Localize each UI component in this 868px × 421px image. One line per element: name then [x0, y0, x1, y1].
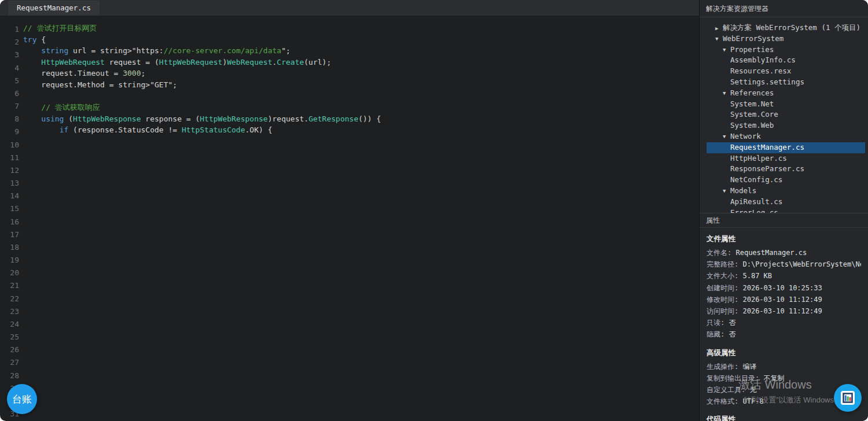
tree-item-assemblyinfo-cs[interactable]: AssemblyInfo.cs — [707, 55, 865, 66]
code-line[interactable]: request.Timeout = 3000; — [23, 68, 381, 79]
code-line[interactable]: HttpWebRequest request = (HttpWebRequest… — [23, 57, 381, 68]
property-label: 完整路径: — [707, 260, 742, 268]
line-number: 26 — [0, 344, 19, 356]
property-value: 2026-03-10 11:12:49 — [742, 307, 822, 315]
line-number: 23 — [0, 305, 19, 318]
chevron-down-icon[interactable]: ▼ — [723, 131, 730, 142]
tree-item-errorlog-cs[interactable]: ErrorLog.cs — [707, 208, 865, 213]
side-panel: 解决方案资源管理器 ▶解决方案 WebErrorSystem (1 个项目)▼W… — [699, 0, 868, 421]
code-line[interactable]: try { — [23, 34, 381, 46]
editor-tab-bar: RequestManager.cs — [0, 0, 699, 16]
property-row: 文件名: RequestManager.cs — [707, 247, 861, 258]
line-number: 3 — [0, 49, 19, 61]
code-line[interactable]: if (response.StatusCode != HttpStatusCod… — [23, 124, 381, 136]
chevron-down-icon[interactable]: ▼ — [723, 186, 730, 196]
chevron-down-icon[interactable]: ▼ — [715, 34, 723, 44]
property-value: 无 — [749, 386, 756, 394]
property-label: 隐藏: — [707, 330, 729, 338]
property-row: 创建时间: 2026-03-10 10:25:33 — [707, 282, 861, 294]
code-line[interactable]: request.Method = string>"GET"; — [23, 79, 381, 91]
line-number: 21 — [0, 279, 19, 292]
chevron-down-icon[interactable]: ▼ — [723, 88, 730, 98]
taizhang-floating-button[interactable]: 台账 — [7, 384, 37, 414]
property-label: 修改时间: — [707, 296, 742, 304]
line-number: 19 — [0, 254, 19, 267]
tree-item-system-core[interactable]: System.Core — [707, 109, 865, 120]
line-number: 11 — [0, 152, 19, 164]
code-line[interactable]: // 尝试打开目标网页 — [23, 23, 381, 34]
tree-item-label: ApiResult.cs — [730, 197, 782, 206]
solution-explorer-tree: ▶解决方案 WebErrorSystem (1 个项目)▼WebErrorSys… — [700, 18, 868, 213]
tree-item-label: Models — [730, 186, 756, 195]
tree-item-label: NetConfig.cs — [730, 175, 782, 184]
property-value: UTF-8 — [742, 397, 763, 405]
line-number-gutter: 1234567891011121314151617181920212223242… — [0, 23, 19, 420]
tree-item-label: ErrorLog.cs — [730, 208, 778, 213]
tree-item-label: HttpHelper.cs — [730, 154, 787, 163]
code-line[interactable]: // 尝试获取响应 — [23, 102, 381, 113]
line-number: 4 — [0, 62, 19, 75]
tree-item-netconfig-cs[interactable]: NetConfig.cs — [707, 175, 865, 186]
tree-item-label: WebErrorSystem — [723, 34, 784, 43]
chevron-right-icon[interactable]: ▶ — [715, 23, 723, 34]
line-number: 20 — [0, 267, 19, 279]
line-number: 17 — [0, 228, 19, 241]
tab-requestmanager[interactable]: RequestManager.cs — [8, 1, 100, 16]
tree-item-models[interactable]: ▼Models — [707, 186, 865, 197]
property-label: 自定义工具: — [707, 386, 749, 394]
tree-item-label: AssemblyInfo.cs — [730, 56, 796, 64]
tree-item-label: System.Net — [730, 99, 774, 108]
property-label: 创建时间: — [707, 284, 742, 292]
tree-item-label: References — [730, 88, 774, 97]
property-row: 隐藏: 否 — [707, 328, 861, 340]
line-number: 22 — [0, 293, 19, 305]
property-value: 2026-03-10 11:12:49 — [742, 296, 822, 304]
properties-panel-header: 属性 — [700, 213, 868, 228]
code-line[interactable]: string url = string>"https://core-server… — [23, 45, 381, 57]
line-number: 12 — [0, 164, 19, 177]
line-number: 8 — [0, 113, 19, 125]
bar-chart-icon — [840, 390, 856, 406]
chart-app-floating-button[interactable] — [834, 384, 862, 412]
line-number: 10 — [0, 139, 19, 152]
tree-item-requestmanager-cs[interactable]: RequestManager.cs — [707, 142, 865, 153]
tree-item-settings-settings[interactable]: Settings.settings — [707, 77, 865, 88]
tree-item--weberrorsystem-1-[interactable]: ▶解决方案 WebErrorSystem (1 个项目) — [707, 23, 865, 34]
code-line[interactable]: using (HttpWebResponse response = (HttpW… — [23, 113, 381, 125]
property-row: 复制到输出目录: 不复制 — [707, 372, 861, 384]
tree-item-references[interactable]: ▼References — [707, 88, 865, 99]
line-number: 2 — [0, 36, 19, 49]
tree-item-apiresult-cs[interactable]: ApiResult.cs — [707, 197, 865, 208]
tree-item-label: Network — [730, 132, 761, 141]
property-group-header: 高级属性 — [707, 348, 861, 358]
line-number: 27 — [0, 356, 19, 369]
property-label: 文件名: — [707, 249, 735, 257]
property-value: D:\Projects\WebErrorSystem\Network\ — [742, 260, 861, 268]
chevron-down-icon[interactable]: ▼ — [723, 45, 730, 55]
line-number: 5 — [0, 75, 19, 87]
tree-item-httphelper-cs[interactable]: HttpHelper.cs — [707, 153, 865, 164]
tree-item-responseparser-cs[interactable]: ResponseParser.cs — [707, 164, 865, 175]
tree-item-weberrorsystem[interactable]: ▼WebErrorSystem — [707, 34, 865, 45]
property-row: 修改时间: 2026-03-10 11:12:49 — [707, 294, 861, 305]
property-label: 只读: — [707, 319, 729, 327]
property-row: 只读: 否 — [707, 317, 861, 328]
tree-item-properties[interactable]: ▼Properties — [707, 45, 865, 56]
line-number: 18 — [0, 241, 19, 254]
property-value: 不复制 — [763, 374, 784, 382]
property-value: 2026-03-10 10:25:33 — [742, 284, 822, 292]
tree-item-label: System.Core — [730, 110, 778, 119]
tree-item-system-web[interactable]: System.Web — [707, 120, 865, 131]
tree-item-network[interactable]: ▼Network — [707, 131, 865, 142]
solution-explorer-header: 解决方案资源管理器 — [700, 0, 868, 17]
tree-item-label: System.Web — [730, 121, 774, 130]
property-value: RequestManager.cs — [735, 249, 807, 257]
line-number: 16 — [0, 216, 19, 228]
property-label: 文件大小: — [707, 272, 742, 280]
tree-item-system-net[interactable]: System.Net — [707, 99, 865, 110]
tree-item-resources-resx[interactable]: Resources.resx — [707, 66, 865, 77]
line-number: 6 — [0, 87, 19, 100]
code-line[interactable] — [23, 91, 381, 102]
tree-item-label: RequestManager.cs — [730, 143, 804, 152]
code-editor[interactable]: // 尝试打开目标网页try { string url = string>"ht… — [23, 23, 381, 136]
